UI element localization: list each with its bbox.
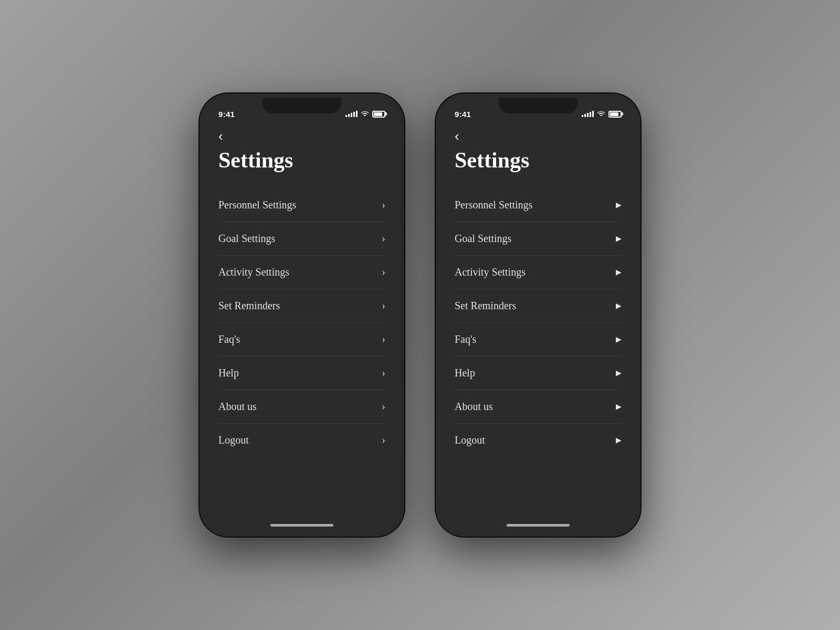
chevron-reminders-right: ▶ [616,301,622,310]
page-title-left: Settings [218,148,385,173]
home-bar-right [507,524,570,527]
menu-label-help-left: Help [218,367,239,379]
wifi-icon-right [597,110,605,118]
menu-item-logout-right[interactable]: Logout ▶ [455,424,622,457]
menu-list-right: Personnel Settings ▶ Goal Settings ▶ Act… [455,188,622,457]
menu-item-logout-left[interactable]: Logout › [218,424,385,457]
chevron-personnel-right: ▶ [616,201,622,209]
menu-item-help-left[interactable]: Help › [218,356,385,390]
signal-bar-r4 [590,112,591,117]
chevron-faq-left: › [382,333,385,345]
menu-item-reminders-right[interactable]: Set Reminders ▶ [455,289,622,323]
chevron-faq-right: ▶ [616,335,622,344]
chevron-goal-right: ▶ [616,234,622,243]
signal-bars-right [582,111,594,117]
page-title-right: Settings [455,148,622,173]
notch-left [262,98,341,113]
home-bar-left [270,524,333,527]
menu-item-goal-right[interactable]: Goal Settings ▶ [455,222,622,256]
status-icons-left [345,110,385,118]
status-time-right: 9:41 [455,110,471,119]
battery-icon-right [608,111,622,118]
menu-item-about-right[interactable]: About us ▶ [455,390,622,424]
signal-bar-5 [356,111,358,117]
battery-fill-right [610,112,618,116]
signal-bar-1 [345,115,347,117]
phone-left: 9:41 [200,93,404,537]
chevron-activity-right: ▶ [616,268,622,277]
signal-bar-r1 [582,115,583,117]
chevron-help-left: › [382,367,385,379]
menu-list-left: Personnel Settings › Goal Settings › Act… [218,188,385,457]
menu-label-activity-left: Activity Settings [218,266,289,278]
battery-fill-left [374,112,382,116]
menu-label-about-right: About us [455,401,493,413]
menu-item-personnel-left[interactable]: Personnel Settings › [218,188,385,222]
menu-label-goal-right: Goal Settings [455,233,511,245]
menu-label-personnel-left: Personnel Settings [218,199,296,211]
signal-bar-4 [353,112,355,117]
menu-label-reminders-right: Set Reminders [455,300,516,312]
menu-item-faq-right[interactable]: Faq's ▶ [455,323,622,356]
chevron-logout-left: › [382,434,385,446]
home-indicator-left [204,518,400,532]
signal-bar-3 [351,113,352,117]
wifi-icon-left [361,110,369,118]
chevron-about-right: ▶ [616,402,622,411]
chevron-help-right: ▶ [616,369,622,377]
menu-item-faq-left[interactable]: Faq's › [218,323,385,356]
notch-right [499,98,578,113]
menu-label-faq-right: Faq's [455,333,476,345]
menu-item-about-left[interactable]: About us › [218,390,385,424]
menu-label-personnel-right: Personnel Settings [455,199,532,211]
signal-bar-r3 [587,113,589,117]
menu-label-about-left: About us [218,401,257,413]
chevron-logout-right: ▶ [616,436,622,445]
menu-item-help-right[interactable]: Help ▶ [455,356,622,390]
menu-label-reminders-left: Set Reminders [218,300,280,312]
menu-label-faq-left: Faq's [218,333,240,345]
screen-content-left: ‹ Settings Personnel Settings › Goal Set… [204,124,400,518]
signal-bar-r2 [584,114,586,117]
menu-item-activity-right[interactable]: Activity Settings ▶ [455,256,622,289]
chevron-activity-left: › [382,266,385,278]
battery-icon-left [372,111,385,118]
screen-content-right: ‹ Settings Personnel Settings ▶ Goal Set… [440,124,636,518]
signal-bar-2 [348,114,350,117]
status-icons-right [582,110,622,118]
signal-bars-left [345,111,358,117]
menu-item-reminders-left[interactable]: Set Reminders › [218,289,385,323]
chevron-personnel-left: › [382,199,385,211]
chevron-reminders-left: › [382,300,385,312]
status-time-left: 9:41 [218,110,235,119]
chevron-goal-left: › [382,233,385,245]
menu-label-logout-left: Logout [218,434,249,446]
chevron-about-left: › [382,401,385,413]
home-indicator-right [440,518,636,532]
menu-item-personnel-right[interactable]: Personnel Settings ▶ [455,188,622,222]
menu-label-activity-right: Activity Settings [455,266,526,278]
menu-item-goal-left[interactable]: Goal Settings › [218,222,385,256]
phone-right: 9:41 [436,93,640,537]
menu-label-logout-right: Logout [455,434,485,446]
back-button-right[interactable]: ‹ [455,128,459,144]
menu-label-goal-left: Goal Settings [218,233,275,245]
back-button-left[interactable]: ‹ [218,128,223,144]
menu-item-activity-left[interactable]: Activity Settings › [218,256,385,289]
menu-label-help-right: Help [455,367,475,379]
signal-bar-r5 [592,111,594,117]
